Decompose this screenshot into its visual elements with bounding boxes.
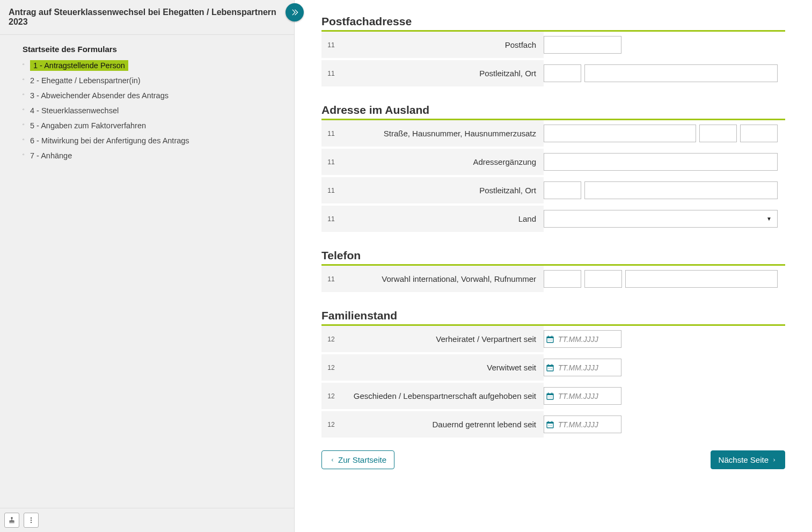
postfach-input[interactable] [544, 36, 621, 54]
main-content[interactable]: Postfachadresse 11 Postfach 11 Postleitz… [295, 0, 812, 532]
verwitwet-date [544, 359, 621, 376]
land-select[interactable] [544, 210, 778, 228]
field-label: Geschieden / Lebenspartnerschaft aufgeho… [341, 383, 544, 409]
postleitzahl-input[interactable] [544, 64, 581, 82]
section-familie-title: Familienstand [321, 309, 785, 322]
adresserganzung-input[interactable] [544, 153, 778, 171]
table-row: 12 Verheiratet / Verpartnert seit [321, 326, 785, 354]
line-number: 11 [321, 275, 341, 283]
svg-rect-5 [548, 336, 548, 337]
calendar-icon[interactable] [544, 335, 556, 344]
svg-point-7 [548, 339, 549, 340]
stamp-button[interactable] [4, 513, 19, 528]
vorwahl-int-input[interactable] [544, 270, 581, 288]
line-number: 12 [321, 392, 341, 400]
hausnummer-input[interactable] [699, 125, 737, 142]
collapse-sidebar-button[interactable] [286, 3, 304, 21]
field-label: Verheiratet / Verpartnert seit [341, 326, 544, 352]
table-row: 11 Land [321, 206, 785, 234]
table-row: 11 Postleitzahl, Ort [321, 177, 785, 206]
getrennt-input[interactable] [556, 416, 621, 433]
table-row: 11 Adressergänzung [321, 149, 785, 177]
getrennt-date [544, 416, 621, 433]
field-label: Land [341, 206, 544, 232]
line-number: 12 [321, 421, 341, 428]
nav-item-3[interactable]: 3 - Abweichender Absender des Antrags [23, 88, 278, 103]
table-row: 11 Postleitzahl, Ort [321, 60, 785, 89]
svg-rect-27 [552, 421, 552, 422]
svg-point-8 [550, 339, 550, 340]
line-number: 11 [321, 41, 341, 49]
chevron-double-right-icon [290, 8, 299, 17]
rufnummer-input[interactable] [625, 270, 778, 288]
svg-point-30 [551, 425, 552, 425]
geschieden-input[interactable] [556, 388, 621, 404]
svg-point-9 [551, 339, 552, 340]
field-label: Postleitzahl, Ort [341, 177, 544, 203]
nav-item-5[interactable]: 5 - Angaben zum Faktorverfahren [23, 118, 278, 133]
ort-input[interactable] [584, 64, 778, 82]
svg-rect-26 [548, 421, 548, 422]
nav-item-7[interactable]: 7 - Anhänge [23, 148, 278, 163]
line-number: 11 [321, 70, 341, 77]
svg-rect-20 [552, 392, 552, 394]
line-number: 11 [321, 130, 341, 137]
line-number: 11 [321, 158, 341, 166]
sidebar-footer [0, 508, 294, 532]
calendar-icon[interactable] [544, 363, 556, 372]
verwitwet-input[interactable] [556, 359, 621, 376]
back-label: Zur Startseite [338, 455, 386, 464]
svg-rect-12 [548, 364, 548, 366]
field-label: Postleitzahl, Ort [341, 60, 544, 86]
svg-rect-11 [547, 365, 553, 367]
svg-point-22 [550, 396, 550, 397]
strasse-input[interactable] [544, 125, 696, 142]
svg-rect-25 [547, 422, 553, 424]
nav-item-2[interactable]: 2 - Ehegatte / Lebenspartner(in) [23, 73, 278, 88]
line-number: 11 [321, 215, 341, 223]
chevron-right-icon [772, 457, 777, 463]
svg-point-0 [31, 518, 32, 519]
nav-item-6[interactable]: 6 - Mitwirkung bei der Anfertigung des A… [23, 133, 278, 148]
calendar-icon[interactable] [544, 392, 556, 400]
stamp-icon [8, 516, 16, 524]
calendar-icon[interactable] [544, 420, 556, 429]
svg-rect-4 [547, 337, 553, 338]
svg-point-28 [548, 425, 549, 425]
sidebar: Antrag auf Steuerklassenwechsel bei Eheg… [0, 0, 295, 532]
ausland-plz-input[interactable] [544, 181, 581, 199]
field-label: Postfach [341, 32, 544, 58]
section-telefon-title: Telefon [321, 249, 785, 262]
nav-item-4[interactable]: 4 - Steuerklassenwechsel [23, 103, 278, 118]
table-row: 11 Vorwahl international, Vorwahl, Rufnu… [321, 266, 785, 294]
verheiratet-input[interactable] [556, 331, 621, 347]
section-ausland-title: Adresse im Ausland [321, 104, 785, 116]
svg-point-29 [550, 425, 550, 425]
line-number: 11 [321, 187, 341, 194]
hausnummerzusatz-input[interactable] [740, 125, 778, 142]
nav-item-1[interactable]: 1 - Antragstellende Person [23, 58, 278, 73]
next-button[interactable]: Nächste Seite [711, 450, 785, 469]
nav-title[interactable]: Startseite des Formulars [23, 45, 278, 54]
verheiratet-date [544, 330, 621, 348]
chevron-left-icon [330, 457, 335, 463]
svg-point-21 [548, 396, 549, 397]
vorwahl-input[interactable] [584, 270, 622, 288]
table-row: 11 Postfach [321, 32, 785, 60]
svg-point-16 [551, 368, 552, 368]
line-number: 12 [321, 364, 341, 371]
form-title: Antrag auf Steuerklassenwechsel bei Eheg… [0, 0, 294, 35]
svg-rect-6 [552, 336, 552, 337]
field-label: Straße, Hausnummer, Hausnummerzusatz [341, 120, 544, 147]
geschieden-date [544, 387, 621, 405]
svg-rect-18 [547, 393, 553, 395]
line-number: 12 [321, 336, 341, 343]
svg-point-2 [31, 522, 32, 523]
table-row: 12 Dauernd getrennt lebend seit [321, 411, 785, 440]
back-button[interactable]: Zur Startseite [321, 450, 394, 469]
ausland-ort-input[interactable] [584, 181, 778, 199]
more-button[interactable] [24, 513, 39, 528]
svg-point-14 [548, 368, 549, 368]
svg-point-1 [31, 520, 32, 521]
section-postfach-title: Postfachadresse [321, 15, 785, 28]
